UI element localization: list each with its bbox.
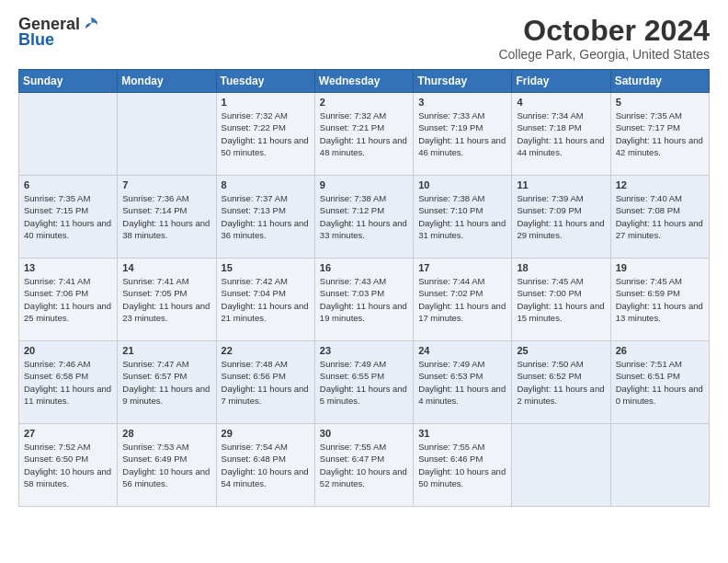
cell-info: Sunrise: 7:42 AMSunset: 7:04 PMDaylight:… <box>222 275 310 324</box>
day-number: 3 <box>418 97 506 108</box>
calendar-cell: 21Sunrise: 7:47 AMSunset: 6:57 PMDayligh… <box>118 341 216 424</box>
cell-info: Sunrise: 7:35 AMSunset: 7:17 PMDaylight:… <box>616 109 704 158</box>
calendar-cell: 2Sunrise: 7:32 AMSunset: 7:21 PMDaylight… <box>314 93 413 176</box>
cell-info: Sunrise: 7:52 AMSunset: 6:50 PMDaylight:… <box>24 441 112 489</box>
logo: General Blue <box>18 15 100 50</box>
day-number: 14 <box>122 262 210 273</box>
day-number: 10 <box>418 179 506 190</box>
cell-info: Sunrise: 7:55 AMSunset: 6:46 PMDaylight:… <box>418 441 506 489</box>
calendar-cell <box>118 93 216 176</box>
cell-info: Sunrise: 7:46 AMSunset: 6:58 PMDaylight:… <box>24 358 112 407</box>
day-number: 11 <box>517 179 605 190</box>
cell-info: Sunrise: 7:50 AMSunset: 6:52 PMDaylight:… <box>517 358 605 407</box>
calendar-cell: 15Sunrise: 7:42 AMSunset: 7:04 PMDayligh… <box>216 259 314 341</box>
calendar-cell: 4Sunrise: 7:34 AMSunset: 7:18 PMDaylight… <box>512 93 610 176</box>
cell-info: Sunrise: 7:45 AMSunset: 6:59 PMDaylight:… <box>616 275 704 324</box>
cell-info: Sunrise: 7:41 AMSunset: 7:06 PMDaylight:… <box>24 275 112 324</box>
calendar-cell: 9Sunrise: 7:38 AMSunset: 7:12 PMDaylight… <box>314 176 413 259</box>
cell-info: Sunrise: 7:49 AMSunset: 6:53 PMDaylight:… <box>418 358 506 407</box>
cell-info: Sunrise: 7:32 AMSunset: 7:22 PMDaylight:… <box>222 109 310 158</box>
calendar-cell: 22Sunrise: 7:48 AMSunset: 6:56 PMDayligh… <box>216 341 314 424</box>
day-number: 9 <box>320 179 408 190</box>
calendar-cell: 7Sunrise: 7:36 AMSunset: 7:14 PMDaylight… <box>118 176 216 259</box>
cell-info: Sunrise: 7:48 AMSunset: 6:56 PMDaylight:… <box>222 358 310 407</box>
day-number: 19 <box>616 262 704 273</box>
day-number: 29 <box>222 428 310 439</box>
calendar-cell: 17Sunrise: 7:44 AMSunset: 7:02 PMDayligh… <box>414 259 512 341</box>
month-title: October 2024 <box>498 15 710 47</box>
cell-info: Sunrise: 7:38 AMSunset: 7:10 PMDaylight:… <box>418 192 506 241</box>
weekday-header-monday: Monday <box>118 70 216 93</box>
calendar-cell: 20Sunrise: 7:46 AMSunset: 6:58 PMDayligh… <box>19 341 118 424</box>
weekday-header-thursday: Thursday <box>414 70 512 93</box>
calendar-header-row: SundayMondayTuesdayWednesdayThursdayFrid… <box>19 70 710 93</box>
calendar-week-row: 1Sunrise: 7:32 AMSunset: 7:22 PMDaylight… <box>19 93 710 176</box>
weekday-header-wednesday: Wednesday <box>314 70 413 93</box>
day-number: 28 <box>122 428 210 439</box>
calendar-week-row: 20Sunrise: 7:46 AMSunset: 6:58 PMDayligh… <box>19 341 710 424</box>
calendar-cell: 13Sunrise: 7:41 AMSunset: 7:06 PMDayligh… <box>19 259 118 341</box>
day-number: 16 <box>320 262 408 273</box>
calendar-cell: 26Sunrise: 7:51 AMSunset: 6:51 PMDayligh… <box>610 341 709 424</box>
weekday-header-sunday: Sunday <box>19 70 118 93</box>
day-number: 24 <box>418 345 506 356</box>
calendar-cell: 5Sunrise: 7:35 AMSunset: 7:17 PMDaylight… <box>610 93 709 176</box>
day-number: 12 <box>616 179 704 190</box>
page-header: General Blue October 2024 College Park, … <box>18 15 710 62</box>
calendar-cell: 30Sunrise: 7:55 AMSunset: 6:47 PMDayligh… <box>314 424 413 507</box>
cell-info: Sunrise: 7:55 AMSunset: 6:47 PMDaylight:… <box>320 441 408 489</box>
day-number: 7 <box>122 179 210 190</box>
day-number: 23 <box>320 345 408 356</box>
calendar-cell: 11Sunrise: 7:39 AMSunset: 7:09 PMDayligh… <box>512 176 610 259</box>
logo-bird-icon <box>82 16 100 34</box>
calendar-table: SundayMondayTuesdayWednesdayThursdayFrid… <box>18 69 710 507</box>
calendar-cell <box>610 424 709 507</box>
day-number: 8 <box>222 179 310 190</box>
cell-info: Sunrise: 7:54 AMSunset: 6:48 PMDaylight:… <box>222 441 310 489</box>
day-number: 21 <box>122 345 210 356</box>
calendar-cell: 29Sunrise: 7:54 AMSunset: 6:48 PMDayligh… <box>216 424 314 507</box>
day-number: 20 <box>24 345 112 356</box>
calendar-cell: 12Sunrise: 7:40 AMSunset: 7:08 PMDayligh… <box>610 176 709 259</box>
calendar-cell: 14Sunrise: 7:41 AMSunset: 7:05 PMDayligh… <box>118 259 216 341</box>
day-number: 27 <box>24 428 112 439</box>
day-number: 2 <box>320 97 408 108</box>
calendar-cell: 1Sunrise: 7:32 AMSunset: 7:22 PMDaylight… <box>216 93 314 176</box>
day-number: 18 <box>517 262 605 273</box>
cell-info: Sunrise: 7:39 AMSunset: 7:09 PMDaylight:… <box>517 192 605 241</box>
calendar-cell: 27Sunrise: 7:52 AMSunset: 6:50 PMDayligh… <box>19 424 118 507</box>
weekday-header-friday: Friday <box>512 70 610 93</box>
day-number: 6 <box>24 179 112 190</box>
calendar-cell: 6Sunrise: 7:35 AMSunset: 7:15 PMDaylight… <box>19 176 118 259</box>
calendar-cell: 16Sunrise: 7:43 AMSunset: 7:03 PMDayligh… <box>314 259 413 341</box>
cell-info: Sunrise: 7:36 AMSunset: 7:14 PMDaylight:… <box>122 192 210 241</box>
calendar-cell: 18Sunrise: 7:45 AMSunset: 7:00 PMDayligh… <box>512 259 610 341</box>
weekday-header-tuesday: Tuesday <box>216 70 314 93</box>
day-number: 15 <box>222 262 310 273</box>
calendar-cell: 19Sunrise: 7:45 AMSunset: 6:59 PMDayligh… <box>610 259 709 341</box>
day-number: 31 <box>418 428 506 439</box>
day-number: 30 <box>320 428 408 439</box>
day-number: 13 <box>24 262 112 273</box>
calendar-cell: 8Sunrise: 7:37 AMSunset: 7:13 PMDaylight… <box>216 176 314 259</box>
calendar-cell: 23Sunrise: 7:49 AMSunset: 6:55 PMDayligh… <box>314 341 413 424</box>
cell-info: Sunrise: 7:45 AMSunset: 7:00 PMDaylight:… <box>517 275 605 324</box>
day-number: 22 <box>222 345 310 356</box>
cell-info: Sunrise: 7:32 AMSunset: 7:21 PMDaylight:… <box>320 109 408 158</box>
cell-info: Sunrise: 7:53 AMSunset: 6:49 PMDaylight:… <box>122 441 210 489</box>
cell-info: Sunrise: 7:34 AMSunset: 7:18 PMDaylight:… <box>517 109 605 158</box>
calendar-cell <box>512 424 610 507</box>
day-number: 26 <box>616 345 704 356</box>
title-block: October 2024 College Park, Georgia, Unit… <box>498 15 710 62</box>
cell-info: Sunrise: 7:33 AMSunset: 7:19 PMDaylight:… <box>418 109 506 158</box>
calendar-week-row: 6Sunrise: 7:35 AMSunset: 7:15 PMDaylight… <box>19 176 710 259</box>
calendar-cell: 28Sunrise: 7:53 AMSunset: 6:49 PMDayligh… <box>118 424 216 507</box>
cell-info: Sunrise: 7:47 AMSunset: 6:57 PMDaylight:… <box>122 358 210 407</box>
cell-info: Sunrise: 7:35 AMSunset: 7:15 PMDaylight:… <box>24 192 112 241</box>
calendar-week-row: 27Sunrise: 7:52 AMSunset: 6:50 PMDayligh… <box>19 424 710 507</box>
day-number: 17 <box>418 262 506 273</box>
weekday-header-saturday: Saturday <box>610 70 709 93</box>
calendar-cell: 24Sunrise: 7:49 AMSunset: 6:53 PMDayligh… <box>414 341 512 424</box>
cell-info: Sunrise: 7:44 AMSunset: 7:02 PMDaylight:… <box>418 275 506 324</box>
cell-info: Sunrise: 7:41 AMSunset: 7:05 PMDaylight:… <box>122 275 210 324</box>
